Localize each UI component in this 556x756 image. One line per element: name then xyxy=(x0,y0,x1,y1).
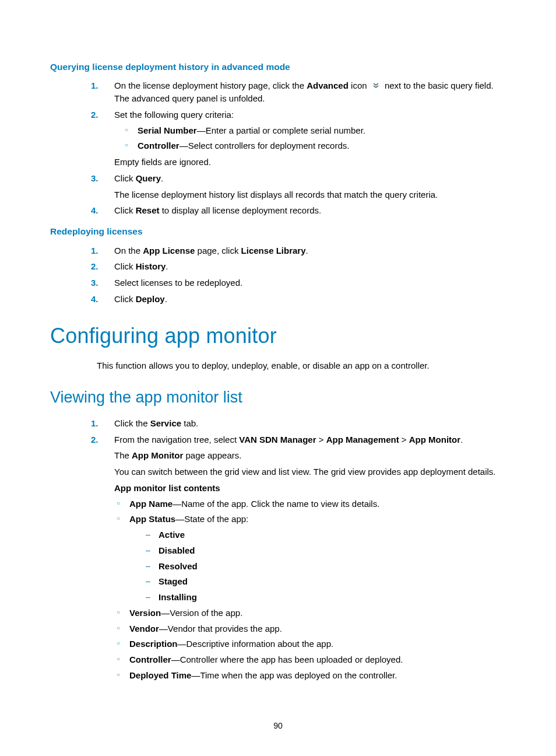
bold-text: Disabled xyxy=(159,545,195,555)
text: The license deployment history list disp… xyxy=(114,188,506,201)
text: . xyxy=(161,173,163,183)
text: tab. xyxy=(181,418,198,428)
bullet-item: Version—Version of the app. xyxy=(117,607,506,620)
list-item: 4. Click Reset to display all license de… xyxy=(91,204,506,217)
page-number: 90 xyxy=(0,720,556,732)
bold-text: Controller xyxy=(129,654,171,664)
bold-text: Resolved xyxy=(159,561,198,571)
bullet-item: App Name—Name of the app. Click the name… xyxy=(117,498,506,510)
list-marker: 2. xyxy=(91,260,98,273)
bold-text: Serial Number xyxy=(138,125,197,135)
text: . xyxy=(165,294,167,304)
bold-text: App monitor list contents xyxy=(114,483,220,493)
ordered-list: 1. Click the Service tab. 2. From the na… xyxy=(91,417,506,682)
list-marker: 1. xyxy=(91,244,98,257)
list-marker: 4. xyxy=(91,204,98,217)
text: Empty fields are ignored. xyxy=(114,156,506,169)
heading-query-advanced: Querying license deployment history in a… xyxy=(50,61,506,74)
advanced-expand-icon xyxy=(372,82,380,90)
paragraph: You can switch between the grid view and… xyxy=(114,466,506,478)
list-item: 2. Click History. xyxy=(91,260,506,273)
text: to display all license deployment record… xyxy=(160,205,322,215)
bullet-item: Serial Number—Enter a partial or complet… xyxy=(125,124,506,137)
list-marker: 3. xyxy=(91,276,98,289)
bold-text: App Name xyxy=(129,499,173,509)
bold-text: Active xyxy=(159,530,185,540)
text: —Time when the app was deployed on the c… xyxy=(191,670,397,680)
text: —Version of the app. xyxy=(161,608,242,618)
text: page appears. xyxy=(183,450,241,460)
bold-text: VAN SDN Manager xyxy=(239,435,316,444)
bold-text: Query xyxy=(136,173,161,183)
list-marker: 2. xyxy=(91,108,98,121)
text: Click xyxy=(114,261,136,271)
bold-text: Advanced xyxy=(307,80,349,90)
bold-text: Service xyxy=(150,418,181,428)
text: On the license deployment history page, … xyxy=(114,80,307,90)
text: From the navigation tree, select xyxy=(114,435,239,444)
text: —Descriptive information about the app. xyxy=(178,639,334,649)
paragraph: The App Monitor page appears. xyxy=(114,449,506,462)
list-marker: 1. xyxy=(91,79,98,92)
dash-item: Active xyxy=(146,528,506,541)
text: —State of the app: xyxy=(175,514,248,524)
bold-text: App Monitor xyxy=(132,450,183,460)
bold-text: History xyxy=(136,261,166,271)
text: > xyxy=(316,435,326,444)
bullet-list: App Name—Name of the app. Click the name… xyxy=(117,498,506,682)
heading-configuring: Configuring app monitor xyxy=(50,321,506,351)
dash-item: Resolved xyxy=(146,560,506,573)
bold-text: Staged xyxy=(159,576,188,586)
heading-redeploying: Redeploying licenses xyxy=(50,225,506,238)
paragraph: This function allows you to deploy, unde… xyxy=(97,359,506,372)
text: Click xyxy=(114,205,136,215)
text: . xyxy=(460,435,463,444)
list-item: 1. On the license deployment history pag… xyxy=(91,79,506,105)
dash-item: Installing xyxy=(146,591,506,604)
text: icon xyxy=(349,80,370,90)
text: Click xyxy=(114,294,136,304)
text: —Controller where the app has been uploa… xyxy=(171,654,403,664)
text: page, click xyxy=(195,246,241,256)
text: —Enter a partial or complete serial numb… xyxy=(197,125,365,135)
text: . xyxy=(166,261,168,271)
bullet-item: Deployed Time—Time when the app was depl… xyxy=(117,669,506,682)
ordered-list: 1. On the license deployment history pag… xyxy=(91,79,506,217)
subheading-contents: App monitor list contents xyxy=(114,482,506,495)
document-page: Querying license deployment history in a… xyxy=(0,0,556,756)
bold-text: Vendor xyxy=(129,624,159,634)
heading-viewing: Viewing the app monitor list xyxy=(50,386,506,409)
dash-item: Disabled xyxy=(146,544,506,557)
ordered-list: 1. On the App License page, click Licens… xyxy=(91,244,506,306)
text: Set the following query criteria: xyxy=(114,110,234,120)
bold-text: Version xyxy=(129,608,161,618)
bullet-item: Controller—Select controllers for deploy… xyxy=(125,139,506,152)
text: . xyxy=(306,246,308,256)
list-item: 4. Click Deploy. xyxy=(91,293,506,306)
bullet-list: Serial Number—Enter a partial or complet… xyxy=(125,124,506,153)
list-marker: 1. xyxy=(91,417,98,430)
text: —Name of the app. Click the name to view… xyxy=(173,499,379,509)
bold-text: Installing xyxy=(159,592,197,602)
text: The xyxy=(114,450,132,460)
list-item: 1. On the App License page, click Licens… xyxy=(91,244,506,257)
bullet-item: Vendor—Vendor that provides the app. xyxy=(117,622,506,635)
text: Select licenses to be redeployed. xyxy=(114,278,242,288)
text: On the xyxy=(114,246,143,256)
list-item: 2. From the navigation tree, select VAN … xyxy=(91,433,506,682)
bold-text: Deploy xyxy=(136,294,165,304)
bullet-item: Controller—Controller where the app has … xyxy=(117,653,506,666)
bold-text: App Status xyxy=(129,514,175,524)
bold-text: Deployed Time xyxy=(129,670,191,680)
dash-item: Staged xyxy=(146,575,506,588)
bold-text: License Library xyxy=(241,246,306,256)
bullet-item: App Status—State of the app: Active Disa… xyxy=(117,513,506,604)
bold-text: Controller xyxy=(138,141,180,150)
text: Click xyxy=(114,173,136,183)
bold-text: App License xyxy=(143,246,195,256)
bullet-item: Description—Descriptive information abou… xyxy=(117,638,506,650)
bold-text: Reset xyxy=(136,205,160,215)
list-item: 1. Click the Service tab. xyxy=(91,417,506,430)
list-marker: 4. xyxy=(91,293,98,306)
list-item: 3. Click Query. The license deployment h… xyxy=(91,172,506,201)
